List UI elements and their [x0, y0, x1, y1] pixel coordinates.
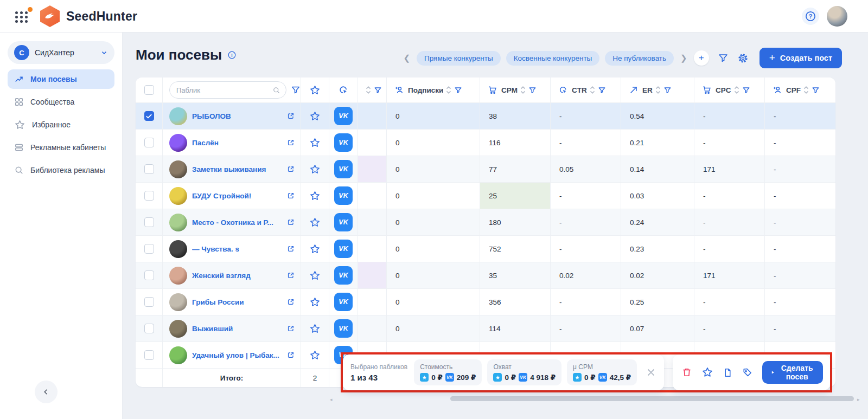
group-name-link[interactable]: Грибы России [192, 298, 244, 306]
external-link-icon[interactable] [286, 351, 295, 359]
external-link-icon[interactable] [286, 324, 295, 333]
header-favorite-cell[interactable] [301, 78, 329, 103]
external-link-icon[interactable] [286, 271, 295, 280]
make-seeding-button[interactable]: Сделать посев [762, 361, 823, 384]
vk-badge-icon[interactable]: VK [334, 266, 353, 285]
header-ctr-cell[interactable]: CTR [551, 78, 621, 103]
sort-icon[interactable] [365, 85, 372, 95]
tag-icon[interactable] [742, 367, 753, 378]
filter-icon[interactable] [812, 86, 820, 94]
user-avatar[interactable] [827, 6, 847, 27]
row-checkbox[interactable] [144, 297, 154, 307]
filter-icon[interactable] [718, 53, 729, 63]
public-search[interactable] [169, 81, 286, 99]
favorite-star-icon[interactable] [309, 296, 321, 308]
group-name-link[interactable]: Место - Охотника и Р... [192, 218, 273, 227]
vk-badge-icon[interactable]: VK [334, 107, 353, 125]
favorite-star-icon[interactable] [309, 350, 321, 361]
group-name-link[interactable]: Женский взгляд [192, 272, 251, 280]
chips-scroll-right-icon[interactable]: ❯ [679, 53, 688, 63]
header-er-cell[interactable]: ER [621, 78, 694, 103]
favorite-star-icon[interactable] [309, 243, 321, 255]
external-link-icon[interactable] [286, 298, 295, 306]
header-subs-cell[interactable]: Подписки [387, 78, 480, 103]
sort-icon[interactable] [733, 85, 740, 95]
vk-badge-icon[interactable]: VK [334, 160, 353, 178]
sidebar-collapse-button[interactable] [35, 381, 58, 403]
account-switcher[interactable]: C СидХантер [8, 41, 114, 64]
external-link-icon[interactable] [286, 138, 295, 147]
group-name-link[interactable]: БУДУ Стройной! [192, 192, 251, 200]
sort-icon[interactable] [589, 85, 596, 95]
tag-chip[interactable]: Косвенные конкуренты [506, 51, 600, 66]
header-cpf-cell[interactable]: CPF [765, 78, 835, 103]
external-link-icon[interactable] [286, 218, 295, 227]
row-checkbox[interactable] [144, 111, 154, 121]
vk-badge-icon[interactable]: VK [334, 293, 353, 311]
row-checkbox[interactable] [144, 217, 154, 227]
info-icon[interactable]: ! [227, 50, 237, 60]
header-platform-cell[interactable] [329, 78, 358, 103]
group-name-link[interactable]: РЫБОЛОВ [192, 112, 231, 120]
row-checkbox[interactable] [144, 138, 154, 147]
help-icon[interactable]: ? [802, 8, 819, 25]
vk-badge-icon[interactable]: VK [334, 213, 353, 231]
sort-icon[interactable] [655, 85, 661, 95]
filter-icon[interactable] [598, 86, 606, 94]
filter-icon[interactable] [742, 86, 750, 94]
document-icon[interactable] [723, 368, 733, 378]
filter-icon[interactable] [374, 86, 382, 94]
apps-grid-icon[interactable] [15, 9, 31, 23]
favorite-star-icon[interactable] [309, 164, 321, 175]
create-post-button[interactable]: +Создать пост [760, 48, 842, 68]
group-name-link[interactable]: Выживший [192, 325, 233, 333]
external-link-icon[interactable] [286, 112, 295, 120]
row-checkbox[interactable] [144, 244, 154, 254]
favorite-star-icon[interactable] [309, 137, 321, 149]
close-icon[interactable] [646, 367, 656, 378]
row-checkbox[interactable] [144, 164, 154, 174]
favorite-star-icon[interactable] [309, 190, 321, 202]
filter-icon[interactable] [528, 86, 537, 94]
tag-chip[interactable]: Не публиковать [605, 51, 674, 66]
row-checkbox[interactable] [144, 350, 154, 360]
filter-icon[interactable] [454, 86, 462, 94]
favorite-icon[interactable] [701, 366, 713, 378]
sidebar-item-3[interactable]: Рекламные кабинеты [8, 138, 114, 157]
external-link-icon[interactable] [286, 165, 295, 173]
scroll-left-icon[interactable]: ◂ [330, 397, 333, 402]
vk-badge-icon[interactable]: VK [334, 186, 353, 205]
scroll-right-icon[interactable]: ▸ [857, 397, 860, 402]
external-link-icon[interactable] [286, 191, 295, 200]
row-checkbox[interactable] [144, 324, 154, 333]
group-name-link[interactable]: Паслён [192, 139, 219, 147]
header-cpm-cell[interactable]: CPM [480, 78, 551, 103]
select-all-checkbox[interactable] [144, 85, 154, 95]
sidebar-item-2[interactable]: Избранное [8, 115, 114, 134]
public-filter-icon[interactable] [291, 85, 301, 95]
sidebar-item-0[interactable]: Мои посевы [8, 69, 114, 89]
vk-badge-icon[interactable]: VK [334, 133, 353, 152]
sidebar-item-4[interactable]: Библиотека рекламы [8, 160, 114, 180]
favorite-star-icon[interactable] [309, 323, 321, 334]
scrollbar-thumb[interactable] [450, 396, 854, 401]
add-tag-button[interactable]: + [694, 50, 709, 66]
favorite-star-icon[interactable] [309, 111, 321, 122]
gear-icon[interactable] [737, 53, 749, 64]
favorite-star-icon[interactable] [309, 217, 321, 228]
sort-icon[interactable] [803, 85, 809, 95]
row-checkbox[interactable] [144, 191, 154, 201]
delete-icon[interactable] [681, 367, 692, 378]
chips-scroll-left-icon[interactable]: ❮ [402, 53, 411, 63]
sidebar-item-1[interactable]: Сообщества [8, 92, 114, 112]
vk-badge-icon[interactable]: VK [334, 319, 353, 338]
group-name-link[interactable]: — Чувства. ѕ [192, 245, 239, 253]
header-cpc-cell[interactable]: CPC [694, 78, 765, 103]
tag-chip[interactable]: Прямые конкуренты [417, 51, 501, 66]
group-name-link[interactable]: Удачный улов | Рыбак... [192, 351, 279, 359]
row-checkbox[interactable] [144, 270, 154, 280]
sort-icon[interactable] [445, 85, 452, 95]
public-search-input[interactable] [176, 86, 272, 94]
horizontal-scrollbar[interactable]: ◂ ▸ [330, 396, 868, 402]
brand-logo[interactable]: SeedHunter [39, 5, 137, 27]
